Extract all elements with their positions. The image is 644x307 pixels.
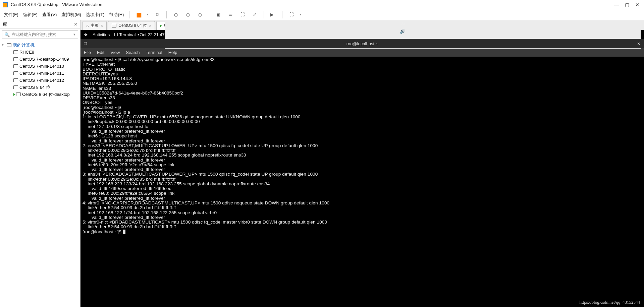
terminal-title: roo@localhost:~ xyxy=(346,41,378,46)
close-tab-icon[interactable]: × xyxy=(149,23,151,28)
term-menu-terminal[interactable]: Terminal xyxy=(146,50,162,55)
menu-help[interactable]: 帮助(H) xyxy=(109,12,124,18)
view-mode-stretch-icon[interactable]: ⤢ xyxy=(251,11,258,18)
tree-item-label: RHCE8 xyxy=(19,49,34,56)
network-icon[interactable]: 🖧 xyxy=(400,20,405,25)
gnome-top-bar: ❖ Activities Terminal▼ Oct 22 21:47 🖧 🔊 … xyxy=(80,30,644,39)
snapshot-manager-button[interactable]: ◵ xyxy=(196,11,204,18)
menu-file[interactable]: 文件(F) xyxy=(4,12,18,18)
library-search[interactable]: 🔍 ▼ xyxy=(2,30,78,39)
search-input[interactable] xyxy=(12,32,71,37)
tree-item-label: CentOS 8 64 位 xyxy=(19,84,50,91)
terminal-icon xyxy=(114,33,118,36)
separator xyxy=(209,11,209,18)
tree-item-label: CentOS 7-mini-144012 xyxy=(19,77,64,84)
term-menu-search[interactable]: Search xyxy=(126,50,140,55)
separator xyxy=(264,11,264,18)
running-icon xyxy=(13,93,15,96)
close-library-button[interactable]: ✕ xyxy=(74,22,77,27)
library-panel: 库 ✕ 🔍 ▼ ▾ 我的计算机 RHCE8 CentOS 7-desktop-1… xyxy=(0,20,80,307)
vm-icon xyxy=(16,93,21,96)
gnome-activity-icon[interactable]: ❖ xyxy=(84,32,88,37)
vmware-icon xyxy=(3,2,8,7)
tree-item-active[interactable]: CentOS 8 64 位-desktop xyxy=(2,91,78,98)
volume-icon[interactable]: 🔊 xyxy=(400,29,405,34)
tree-item[interactable]: CentOS 7-mini-144012 xyxy=(2,77,78,84)
tree-item[interactable]: CentOS 7-mini-144010 xyxy=(2,63,78,70)
tree-item[interactable]: CentOS 8 64 位 xyxy=(2,84,78,91)
chevron-down-icon[interactable]: ▼ xyxy=(146,13,149,16)
guest-display[interactable]: ❖ Activities Terminal▼ Oct 22 21:47 🖧 🔊 … xyxy=(80,30,644,307)
pause-vm-button[interactable]: ▮▮ xyxy=(135,11,142,18)
chevron-down-icon: ▼ xyxy=(137,33,140,36)
fullscreen-button[interactable]: ⛶ xyxy=(288,11,295,18)
window-title: CentOS 8 64 位-desktop - VMware Workstati… xyxy=(11,2,614,8)
gnome-app-label: Terminal xyxy=(119,32,136,37)
chevron-down-icon[interactable]: ▼ xyxy=(299,13,302,16)
view-mode-single-icon[interactable]: ▭ xyxy=(227,11,234,18)
send-ctrl-alt-del-button[interactable]: ⧉ xyxy=(154,11,161,18)
tree-item[interactable]: RHCE8 xyxy=(2,49,78,56)
tree-root[interactable]: ▾ 我的计算机 xyxy=(2,42,78,49)
gnome-clock[interactable]: Oct 22 21:47 xyxy=(140,32,164,37)
maximize-button[interactable]: ▢ xyxy=(625,2,629,7)
menu-vm[interactable]: 虚拟机(M) xyxy=(61,12,81,18)
tab-home[interactable]: ⌂主页× xyxy=(83,21,107,30)
restore-icon[interactable]: ❐ xyxy=(84,42,87,46)
vm-icon xyxy=(13,71,18,75)
gnome-activities[interactable]: Activities xyxy=(93,32,110,37)
revert-snapshot-button[interactable]: ◶ xyxy=(184,11,192,18)
tree-item[interactable]: CentOS 7-desktop-14409 xyxy=(2,56,78,63)
separator xyxy=(282,11,282,18)
vm-icon xyxy=(13,78,18,82)
running-icon xyxy=(160,24,162,27)
menu-view[interactable]: 查看(V) xyxy=(42,12,57,18)
tree-root-label[interactable]: 我的计算机 xyxy=(13,42,35,49)
close-tab-icon[interactable]: × xyxy=(101,23,103,28)
vm-icon xyxy=(13,50,18,54)
close-terminal-button[interactable]: ✕ xyxy=(637,41,641,46)
menu-edit[interactable]: 编辑(E) xyxy=(23,12,38,18)
terminal-menu-bar: File Edit View Search Terminal Help xyxy=(80,48,644,57)
window-title-bar: CentOS 8 64 位-desktop - VMware Workstati… xyxy=(0,0,644,9)
view-mode-sidebyside-icon[interactable]: ▣ xyxy=(215,11,222,18)
separator xyxy=(129,11,129,18)
tree-item-label: CentOS 7-desktop-14409 xyxy=(19,56,69,63)
tab-centos8[interactable]: CentOS 8 64 位× xyxy=(108,21,155,30)
tree-item-label: CentOS 7-mini-144010 xyxy=(19,63,64,70)
minimize-button[interactable]: — xyxy=(614,2,619,7)
term-menu-help[interactable]: Help xyxy=(168,50,177,55)
menu-tabs[interactable]: 选项卡(T) xyxy=(86,12,105,18)
vm-icon xyxy=(13,64,18,68)
tree-item-label: CentOS 8 64 位-desktop xyxy=(22,91,70,98)
view-mode-fit-icon[interactable]: ⛶ xyxy=(239,11,246,18)
library-tree: ▾ 我的计算机 RHCE8 CentOS 7-desktop-14409 Cen… xyxy=(0,40,80,99)
vm-icon xyxy=(13,85,18,89)
tree-item-label: CentOS 7-mini-144011 xyxy=(19,70,64,77)
enter-unity-button[interactable]: ▶_ xyxy=(269,11,277,18)
term-menu-file[interactable]: File xyxy=(84,50,91,55)
close-button[interactable]: ✕ xyxy=(635,2,639,7)
terminal-output[interactable]: [roo@localhost ~]$ cat /etc/sysconfig/ne… xyxy=(80,57,644,235)
home-icon: ⌂ xyxy=(86,23,89,28)
gnome-active-app[interactable]: Terminal▼ xyxy=(114,32,140,37)
watermark: https://blog.csdn.net/qq_43152344 xyxy=(579,300,640,305)
tab-label: CentOS 8 64 位 xyxy=(118,23,147,28)
library-title: 库 xyxy=(3,21,7,27)
term-menu-edit[interactable]: Edit xyxy=(97,50,104,55)
term-menu-view[interactable]: View xyxy=(110,50,120,55)
tree-item[interactable]: CentOS 7-mini-144011 xyxy=(2,70,78,77)
search-icon: 🔍 xyxy=(4,32,10,37)
snapshot-button[interactable]: ◷ xyxy=(172,11,179,18)
computer-icon xyxy=(7,43,11,47)
separator xyxy=(166,11,167,18)
chevron-down-icon[interactable]: ▼ xyxy=(73,33,76,36)
tab-label: 主页 xyxy=(91,23,99,28)
menu-bar: 文件(F) 编辑(E) 查看(V) 虚拟机(M) 选项卡(T) 帮助(H) ▮▮… xyxy=(0,9,644,20)
terminal-title-bar[interactable]: ❐ roo@localhost:~ ✕ xyxy=(80,39,644,48)
vm-icon xyxy=(112,24,116,27)
vm-icon xyxy=(13,57,18,61)
